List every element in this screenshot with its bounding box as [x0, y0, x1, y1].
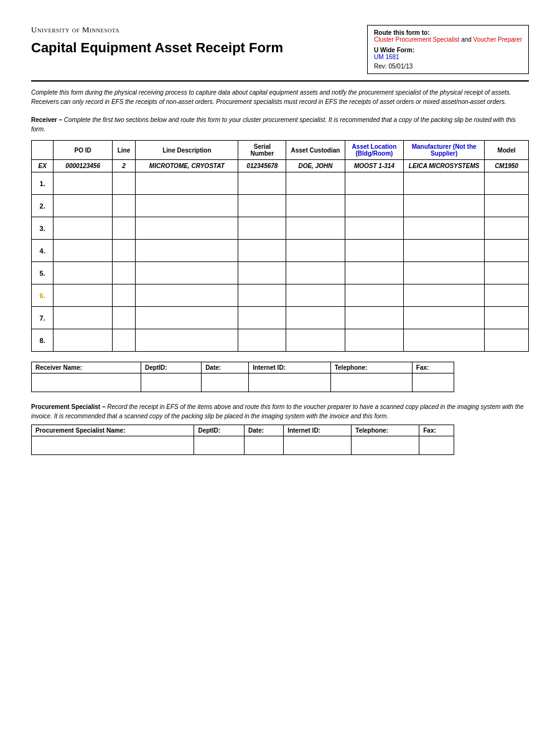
row-2-model[interactable] — [485, 195, 529, 217]
ps-deptid-input[interactable] — [194, 436, 245, 455]
row-1-custodian[interactable] — [286, 172, 345, 195]
row-6-model[interactable] — [485, 284, 529, 307]
row-8-custodian[interactable] — [286, 329, 345, 352]
ps-telephone-input[interactable] — [352, 436, 419, 455]
row-7-serial[interactable] — [238, 307, 286, 329]
receiver-name-input[interactable] — [32, 374, 141, 392]
row-3-desc[interactable] — [136, 217, 238, 240]
row-7-poid[interactable] — [54, 307, 112, 329]
row-1-line[interactable] — [112, 172, 135, 195]
row-2-manufacturer[interactable] — [404, 195, 485, 217]
th-serial: Serial Number — [238, 141, 286, 160]
row-5-model[interactable] — [485, 262, 529, 284]
row-5-serial[interactable] — [238, 262, 286, 284]
row-6-desc[interactable] — [136, 284, 238, 307]
date-input[interactable] — [202, 374, 249, 392]
table-row[interactable]: 5. — [32, 262, 529, 284]
row-8-line[interactable] — [112, 329, 135, 352]
row-3-location[interactable] — [345, 217, 403, 240]
deptid-input[interactable] — [141, 374, 202, 392]
row-2-custodian[interactable] — [286, 195, 345, 217]
row-3-custodian[interactable] — [286, 217, 345, 240]
ex-desc: MICROTOME, CRYOSTAT — [136, 160, 238, 172]
row-7-manufacturer[interactable] — [404, 307, 485, 329]
receiver-name-label: Receiver Name: — [32, 362, 141, 374]
row-5-line[interactable] — [112, 262, 135, 284]
row-2-serial[interactable] — [238, 195, 286, 217]
row-8-location[interactable] — [345, 329, 403, 352]
row-7-location[interactable] — [345, 307, 403, 329]
row-2-desc[interactable] — [136, 195, 238, 217]
row-7-num: 7. — [32, 307, 54, 329]
row-7-custodian[interactable] — [286, 307, 345, 329]
ps-name-label: Procurement Specialist Name: — [32, 425, 194, 436]
fax-input[interactable] — [412, 374, 454, 392]
row-7-desc[interactable] — [136, 307, 238, 329]
row-4-custodian[interactable] — [286, 240, 345, 262]
row-1-model[interactable] — [485, 172, 529, 195]
route-preparer: Voucher Preparer — [474, 36, 522, 43]
row-2-poid[interactable] — [54, 195, 112, 217]
table-row[interactable]: 7. — [32, 307, 529, 329]
row-5-custodian[interactable] — [286, 262, 345, 284]
header-divider — [31, 80, 529, 82]
row-4-model[interactable] — [485, 240, 529, 262]
row-8-desc[interactable] — [136, 329, 238, 352]
th-num — [32, 141, 54, 160]
row-3-serial[interactable] — [238, 217, 286, 240]
row-3-manufacturer[interactable] — [404, 217, 485, 240]
row-5-manufacturer[interactable] — [404, 262, 485, 284]
row-5-location[interactable] — [345, 262, 403, 284]
row-6-custodian[interactable] — [286, 284, 345, 307]
row-1-location[interactable] — [345, 172, 403, 195]
row-4-poid[interactable] — [54, 240, 112, 262]
ex-manufacturer: LEICA MICROSYSTEMS — [404, 160, 485, 172]
row-8-model[interactable] — [485, 329, 529, 352]
ex-custodian: DOE, JOHN — [286, 160, 345, 172]
table-row[interactable]: 8. — [32, 329, 529, 352]
procurement-form: Procurement Specialist Name: DeptID: Dat… — [31, 425, 454, 455]
row-8-poid[interactable] — [54, 329, 112, 352]
table-row[interactable]: 6. — [32, 284, 529, 307]
row-2-location[interactable] — [345, 195, 403, 217]
table-row[interactable]: 3. — [32, 217, 529, 240]
table-row[interactable]: 2. — [32, 195, 529, 217]
row-1-manufacturer[interactable] — [404, 172, 485, 195]
ps-fax-input[interactable] — [419, 436, 454, 455]
procurement-text: Record the receipt in EFS of the items a… — [31, 403, 524, 420]
row-6-location[interactable] — [345, 284, 403, 307]
row-4-desc[interactable] — [136, 240, 238, 262]
table-row[interactable]: 4. — [32, 240, 529, 262]
row-4-manufacturer[interactable] — [404, 240, 485, 262]
row-3-line[interactable] — [112, 217, 135, 240]
telephone-input[interactable] — [330, 374, 412, 392]
row-3-poid[interactable] — [54, 217, 112, 240]
row-4-line[interactable] — [112, 240, 135, 262]
table-row[interactable]: 1. — [32, 172, 529, 195]
row-2-line[interactable] — [112, 195, 135, 217]
row-1-serial[interactable] — [238, 172, 286, 195]
row-5-poid[interactable] — [54, 262, 112, 284]
row-4-serial[interactable] — [238, 240, 286, 262]
row-1-poid[interactable] — [54, 172, 112, 195]
row-6-poid[interactable] — [54, 284, 112, 307]
ps-name-input[interactable] — [32, 436, 194, 455]
row-7-line[interactable] — [112, 307, 135, 329]
row-8-serial[interactable] — [238, 329, 286, 352]
row-6-serial[interactable] — [238, 284, 286, 307]
row-6-line[interactable] — [112, 284, 135, 307]
ps-date-input[interactable] — [245, 436, 284, 455]
row-6-manufacturer[interactable] — [404, 284, 485, 307]
procurement-bold: Procurement Specialist – — [31, 403, 106, 410]
ps-internet-id-input[interactable] — [284, 436, 352, 455]
row-4-location[interactable] — [345, 240, 403, 262]
row-8-manufacturer[interactable] — [404, 329, 485, 352]
row-5-desc[interactable] — [136, 262, 238, 284]
row-1-desc[interactable] — [136, 172, 238, 195]
page-header: University of Minnesota Capital Equipmen… — [31, 25, 529, 74]
row-6-num: 6. — [32, 284, 54, 307]
th-model: Model — [485, 141, 529, 160]
row-3-model[interactable] — [485, 217, 529, 240]
internet-id-input[interactable] — [249, 374, 331, 392]
row-7-model[interactable] — [485, 307, 529, 329]
